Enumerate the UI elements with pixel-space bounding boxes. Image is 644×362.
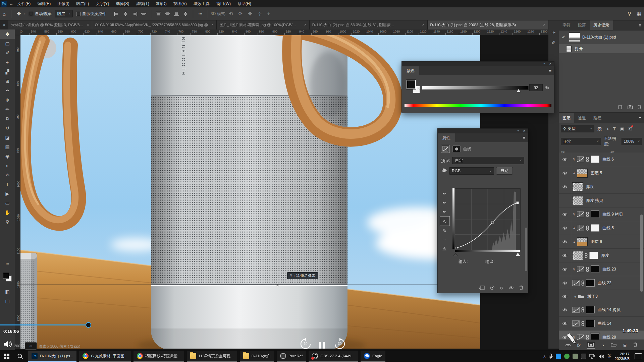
- eyedropper-tool[interactable]: ✒: [0, 86, 15, 95]
- tab-paragraph[interactable]: 段落: [574, 20, 590, 30]
- add-layer-mask-icon[interactable]: [587, 342, 595, 349]
- show-transform-checkbox[interactable]: [76, 12, 80, 16]
- pencil-curve-icon[interactable]: ✎: [440, 226, 449, 235]
- gray-point-eyedropper-icon[interactable]: ✒: [440, 198, 449, 207]
- filter-shape-layers-icon[interactable]: ▣: [620, 126, 624, 131]
- layer-row[interactable]: ↴ 图层 5: [559, 166, 644, 180]
- k-slider-thumb[interactable]: [517, 89, 521, 92]
- reset-adjustment-icon[interactable]: ↺: [500, 286, 503, 291]
- healing-brush-tool[interactable]: ⊕: [0, 95, 15, 105]
- 3d-mode-icon[interactable]: ⟳: [236, 11, 246, 17]
- ruler-origin-corner[interactable]: [15, 29, 20, 35]
- menu-item[interactable]: 图像(I): [54, 0, 72, 7]
- 3d-mode-icon[interactable]: ⊹: [255, 11, 265, 17]
- layer-name[interactable]: 墩子3: [587, 294, 598, 299]
- move-tool[interactable]: ✥: [0, 29, 15, 39]
- tray-volume-icon[interactable]: [598, 354, 604, 359]
- layer-mask-thumbnail[interactable]: [586, 279, 595, 287]
- layer-visibility-toggle[interactable]: [559, 194, 571, 207]
- layer-name[interactable]: 曲线 23: [602, 266, 616, 272]
- curves-grid[interactable]: [455, 188, 521, 250]
- align-bottom-icon[interactable]: [174, 12, 179, 16]
- layer-name[interactable]: 曲线 14: [598, 321, 611, 326]
- layer-thumbnail[interactable]: [572, 251, 583, 260]
- new-snapshot-icon[interactable]: [628, 105, 633, 110]
- close-tab-icon[interactable]: ×: [422, 22, 425, 27]
- panel-menu-icon[interactable]: ≡: [639, 23, 641, 28]
- layer-thumbnail[interactable]: [572, 196, 583, 205]
- layer-row[interactable]: 厚度: [559, 180, 644, 194]
- tab-history[interactable]: 历史记录: [590, 20, 613, 30]
- foreground-swatch[interactable]: [407, 80, 416, 89]
- channel-dropdown[interactable]: RGB ˅: [449, 167, 494, 175]
- input-method-indicator[interactable]: 英: [607, 353, 611, 359]
- delete-state-icon[interactable]: [637, 105, 641, 110]
- tray-app-icon-dark[interactable]: [581, 354, 586, 359]
- tab-overflow-chevron[interactable]: »: [0, 20, 8, 29]
- filter-smart-objects-icon[interactable]: ⎗: [629, 126, 632, 131]
- more-options-icon[interactable]: •••: [196, 12, 205, 16]
- layer-row[interactable]: ↴ 曲线 6: [559, 153, 644, 166]
- tab-character[interactable]: 字符: [559, 20, 574, 30]
- menu-item[interactable]: 图层(L): [73, 0, 93, 7]
- layer-visibility-toggle[interactable]: [559, 290, 571, 303]
- document-tab[interactable]: 图片_1图片素材-花瓣网.jpg @ 100%(RGB/...×: [217, 20, 310, 29]
- layer-row[interactable]: 曲线 22: [559, 276, 644, 290]
- document-tab[interactable]: D-110-大白 (2).psd @ 33.3% (曲线 31, 图层蒙...×: [310, 20, 428, 29]
- layer-mask-thumbnail[interactable]: [589, 252, 598, 259]
- layer-name[interactable]: 厚度: [601, 253, 609, 258]
- align-left-icon[interactable]: [114, 12, 119, 16]
- tab-layers[interactable]: 图层: [559, 113, 574, 123]
- crop-tool[interactable]: ▞: [0, 67, 15, 76]
- color-swatches[interactable]: [3, 273, 12, 282]
- layer-visibility-toggle[interactable]: [559, 262, 571, 276]
- menu-item[interactable]: 窗口(W): [213, 0, 234, 7]
- filter-image-layers-icon[interactable]: 🖾: [597, 126, 602, 131]
- close-panel-icon[interactable]: ×: [523, 129, 525, 133]
- delete-adjustment-icon[interactable]: [519, 285, 523, 291]
- search-icon[interactable]: ⚲: [625, 11, 634, 17]
- auto-button[interactable]: 自动: [496, 167, 513, 175]
- collapse-panel-icon[interactable]: «: [543, 62, 545, 65]
- new-group-icon[interactable]: [611, 343, 616, 348]
- menu-item[interactable]: 文字(Y): [92, 0, 112, 7]
- layer-visibility-toggle[interactable]: [559, 317, 571, 330]
- brush-tool[interactable]: ✏: [0, 105, 15, 114]
- layer-visibility-toggle[interactable]: [559, 153, 571, 166]
- foreground-color[interactable]: [3, 273, 9, 279]
- k-value-field[interactable]: 92: [529, 84, 543, 91]
- clone-stamp-tool[interactable]: ⧉: [0, 114, 15, 123]
- panel-menu-icon[interactable]: ≡: [549, 68, 551, 73]
- eraser-tool[interactable]: ◪: [0, 133, 15, 142]
- layer-row[interactable]: 厚度 拷贝: [559, 194, 644, 207]
- clip-to-layer-icon[interactable]: [479, 286, 485, 291]
- layer-mask-icon[interactable]: [452, 145, 461, 152]
- back-arrow-icon[interactable]: ←: [8, 1, 14, 6]
- close-panel-icon[interactable]: ×: [549, 62, 551, 66]
- taskbar-app-button[interactable]: G 光效素材_平面图...: [79, 351, 131, 362]
- layer-thumbnail[interactable]: [577, 156, 584, 162]
- brush-settings-icon[interactable]: ✑: [548, 27, 559, 38]
- distribute-v-icon[interactable]: [183, 12, 188, 16]
- horizontal-ruler[interactable]: 5205405605806006206406606807007207407607…: [15, 29, 548, 35]
- history-brush-tool[interactable]: ↺: [0, 123, 15, 133]
- dragged-guide-line[interactable]: [20, 285, 480, 285]
- tray-expand-icon[interactable]: ∧: [543, 354, 546, 359]
- layer-row[interactable]: ↴ 曲线 5: [559, 221, 644, 235]
- panel-menu-icon[interactable]: ≡: [523, 135, 525, 140]
- tray-app-icon-olive[interactable]: [573, 354, 578, 359]
- layer-thumbnail[interactable]: [577, 266, 584, 272]
- edit-toolbar-icon[interactable]: •••: [0, 262, 15, 266]
- move-tool-icon[interactable]: ✥: [14, 11, 24, 17]
- toggle-visibility-icon[interactable]: [508, 286, 514, 291]
- tab-properties[interactable]: 属性: [438, 133, 455, 142]
- align-v-center-icon[interactable]: [165, 12, 170, 16]
- screen-mode-icon[interactable]: ▢: [0, 296, 15, 306]
- volume-icon[interactable]: [3, 340, 12, 349]
- layer-row[interactable]: ∨ 墩子3: [559, 290, 644, 303]
- layer-visibility-toggle[interactable]: [559, 166, 571, 180]
- zoom-level-field[interactable]: 200%: [14, 344, 23, 348]
- layer-thumbnail[interactable]: [572, 280, 580, 286]
- delete-layer-icon[interactable]: [633, 342, 637, 348]
- tray-app-icon-green[interactable]: [564, 354, 570, 359]
